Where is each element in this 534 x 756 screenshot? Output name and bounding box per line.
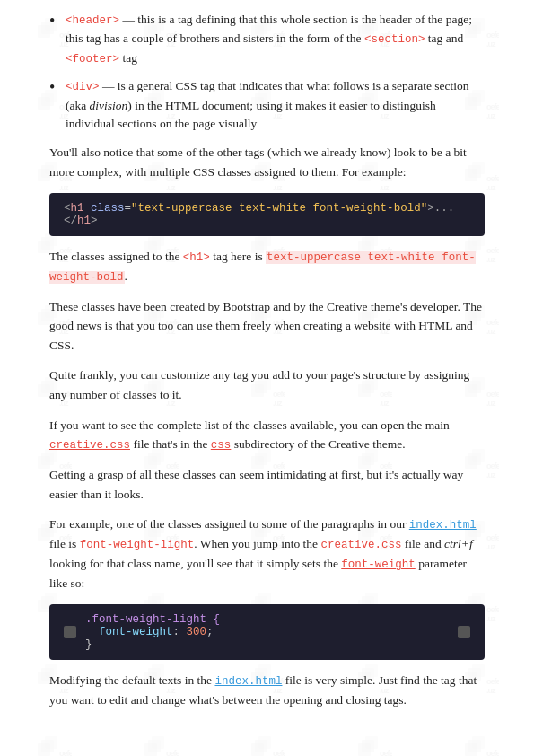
para5-middle: file that's in the <box>130 437 211 451</box>
code-bracket-close: > <box>91 215 98 227</box>
svg-text:oefen: oefen <box>273 749 285 756</box>
para1-text: You'll also notice that some of the othe… <box>49 145 467 179</box>
bullet-item-1: • <header> — this is a tag defining that… <box>49 11 485 68</box>
code-block-2-content: .font-weight-light { font-weight: 300; } <box>85 613 449 651</box>
code-line-1: .font-weight-light { <box>85 613 449 626</box>
paragraph-1: You'll also notice that some of the othe… <box>49 143 485 181</box>
paragraph-6: Getting a grasp of all these classes can… <box>49 465 485 504</box>
para7-middle4: looking for that class name, you'll see … <box>49 557 341 570</box>
code-line-3: } <box>85 638 449 651</box>
paragraph-5: If you want to see the complete list of … <box>49 416 485 455</box>
code-tag-open: < <box>64 202 71 215</box>
svg-rect-271 <box>468 740 481 752</box>
para2-before: The classes assigned to the <box>49 250 183 263</box>
paragraph-8: Modifying the default texts in the index… <box>49 671 485 710</box>
ctrlf-italic: ctrl+f <box>444 537 473 550</box>
code-property: font-weight <box>99 626 173 638</box>
svg-rect-260 <box>251 743 264 756</box>
code-line-2: font-weight: 300; <box>85 626 449 638</box>
div-tag: <div> <box>66 81 100 93</box>
bullet-item-2: • <div> — is a general CSS tag that indi… <box>49 77 485 134</box>
code-block-2: .font-weight-light { font-weight: 300; } <box>49 604 485 660</box>
header-tag: <header> <box>66 14 119 27</box>
code-h1-close: h1 <box>77 215 91 227</box>
svg-rect-266 <box>362 740 374 752</box>
svg-text:oefen: oefen <box>59 749 72 756</box>
bullet-1-text-after: tag <box>119 51 137 65</box>
svg-text:oefen: oefen <box>166 749 179 756</box>
paragraph-7: For example, one of the classes assigned… <box>49 514 485 593</box>
code-block-2-right-dot <box>458 626 470 638</box>
paragraph-2: The classes assigned to the <h1> tag her… <box>49 247 485 286</box>
para7-middle2: . When you jump into the <box>194 537 320 550</box>
svg-rect-270 <box>465 743 477 756</box>
paragraph-4: Quite frankly, you can customize any tag… <box>49 365 485 404</box>
index-html-link-1[interactable]: index.html <box>409 519 477 532</box>
svg-rect-256 <box>148 740 161 752</box>
bullet-text-1: <header> — this is a tag defining that t… <box>66 11 485 68</box>
para2-middle: tag here is <box>210 250 266 263</box>
code-h1: h1 <box>71 202 84 215</box>
svg-rect-255 <box>144 743 157 756</box>
footer-tag: <footer> <box>66 53 119 66</box>
bullet-dot-2: • <box>49 77 66 134</box>
svg-rect-251 <box>41 740 54 752</box>
code-block-2-left-dot <box>64 626 76 638</box>
css-link[interactable]: css <box>211 439 232 452</box>
code-value: 300 <box>187 626 207 638</box>
para8-before: Modifying the default texts in the <box>49 673 214 687</box>
index-html-link-2[interactable]: index.html <box>214 675 282 688</box>
para5-before: If you want to see the complete list of … <box>49 418 450 432</box>
code-selector: .font-weight-light { <box>85 613 220 626</box>
para7-middle3: file and <box>401 537 444 550</box>
code-class-attr: class <box>91 202 125 215</box>
para7-middle1: file is <box>49 537 80 550</box>
paragraph-3: These classes have been created by Boots… <box>49 297 485 356</box>
para5-after: subdirectory of the Creative theme. <box>231 437 405 451</box>
bullet-dot-1: • <box>49 11 66 68</box>
creative-css-link-1[interactable]: creative.css <box>49 439 130 452</box>
font-weight-light-class: font-weight-light <box>80 539 195 551</box>
main-content: • <header> — this is a tag defining that… <box>0 0 534 738</box>
svg-text:oefen: oefen <box>486 749 499 756</box>
para6-text: Getting a grasp of all these classes can… <box>49 468 463 501</box>
division-italic: division <box>90 99 128 112</box>
para2-h1-tag: <h1> <box>183 251 210 264</box>
svg-text:oefen: oefen <box>380 749 392 756</box>
creative-css-link-2[interactable]: creative.css <box>320 539 401 551</box>
code-block-1: <h1 class="text-uppercase text-white fon… <box>49 193 485 236</box>
para3-text: These classes have been created by Boots… <box>49 300 482 352</box>
bullet-text-2: <div> — is a general CSS tag that indica… <box>66 77 485 134</box>
para2-end: . <box>125 269 127 283</box>
section-tag: <section> <box>364 33 425 46</box>
svg-rect-261 <box>255 740 267 752</box>
font-weight-param: font-weight <box>341 558 416 571</box>
para7-before: For example, one of the classes assigned… <box>49 517 409 531</box>
bullet-1-text-middle: tag and <box>425 31 463 45</box>
code-class-val: "text-uppercase text-white font-weight-b… <box>131 202 427 215</box>
svg-rect-250 <box>38 743 50 756</box>
svg-rect-265 <box>358 743 371 756</box>
para4-text: Quite frankly, you can customize any tag… <box>49 368 469 401</box>
